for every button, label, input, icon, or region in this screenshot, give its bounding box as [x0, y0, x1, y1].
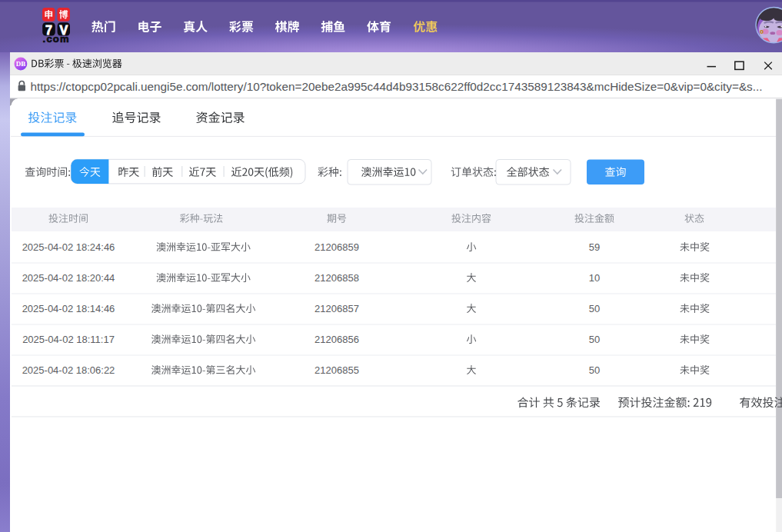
svg-text:59: 59 — [589, 241, 600, 253]
svg-text:2025-04-02 18:20:44: 2025-04-02 18:20:44 — [22, 272, 115, 284]
svg-text:https://ctopcp02pcali.uengi5e.: https://ctopcp02pcali.uengi5e.com/lotter… — [31, 80, 763, 93]
svg-text:50: 50 — [589, 303, 600, 314]
svg-text:21206857: 21206857 — [314, 303, 359, 314]
svg-text:21206858: 21206858 — [314, 272, 359, 284]
svg-text:21206855: 21206855 — [314, 364, 359, 376]
svg-text:2025-04-02 18:14:46: 2025-04-02 18:14:46 — [22, 303, 115, 314]
svg-text:10: 10 — [589, 272, 600, 284]
svg-text:.com: .com — [43, 33, 70, 45]
svg-text:21206859: 21206859 — [314, 241, 359, 253]
svg-text:21206856: 21206856 — [314, 334, 359, 345]
svg-text:2025-04-02 18:11:17: 2025-04-02 18:11:17 — [22, 334, 115, 345]
svg-text:2025-04-02 18:06:22: 2025-04-02 18:06:22 — [22, 364, 115, 376]
svg-text:2025-04-02 18:24:46: 2025-04-02 18:24:46 — [22, 241, 115, 253]
svg-text:50: 50 — [589, 334, 600, 345]
svg-text:50: 50 — [589, 364, 600, 376]
svg-text:DB: DB — [16, 60, 26, 68]
